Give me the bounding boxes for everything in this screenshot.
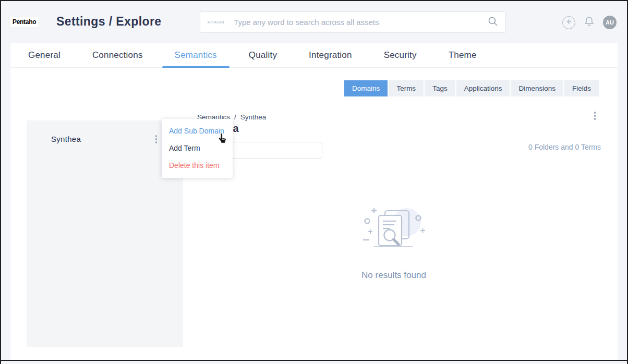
app-header: Pentaho Settings / Explore HITACHI + AU — [0, 1, 628, 43]
no-results-text: No results found — [310, 270, 477, 281]
settings-tabbar: General Connections Semantics Quality In… — [10, 43, 618, 68]
tab-security[interactable]: Security — [371, 43, 429, 67]
segment-dimensions[interactable]: Dimensions — [511, 80, 563, 96]
window-bottom-edge — [0, 360, 628, 361]
hitachi-brand-mark: HITACHI — [208, 20, 224, 24]
segment-tags[interactable]: Tags — [425, 80, 455, 96]
page-title: Settings / Explore — [56, 15, 161, 29]
tab-connections[interactable]: Connections — [80, 43, 155, 67]
menu-item-delete[interactable]: Delete this item — [162, 157, 233, 174]
tree-item-synthea[interactable]: Synthea — [51, 135, 81, 143]
tab-theme[interactable]: Theme — [436, 43, 489, 67]
menu-item-add-term[interactable]: Add Term — [162, 140, 233, 157]
pentaho-logo: Pentaho — [10, 17, 38, 27]
tree-item-kebab-icon[interactable] — [154, 134, 159, 145]
tab-semantics[interactable]: Semantics — [162, 43, 230, 67]
avatar[interactable]: AU — [603, 16, 617, 29]
bell-icon[interactable] — [584, 16, 595, 29]
empty-state: No results found — [310, 205, 477, 281]
no-results-illustration — [361, 205, 427, 260]
entity-type-segments: Domains Terms Tags Applications Dimensio… — [344, 80, 599, 96]
global-search-input[interactable] — [234, 18, 488, 27]
menu-item-add-sub-domain[interactable]: Add Sub Domain — [162, 123, 233, 140]
global-search[interactable]: HITACHI — [200, 11, 506, 33]
domain-tree-panel: Synthea — [27, 120, 183, 347]
item-context-menu: Add Sub Domain Add Term Delete this item — [162, 119, 233, 178]
search-icon[interactable] — [488, 16, 498, 29]
segment-fields[interactable]: Fields — [564, 80, 599, 96]
breadcrumb-current: Synthea — [240, 113, 267, 121]
domain-actions-kebab-icon[interactable] — [593, 110, 598, 122]
segment-applications[interactable]: Applications — [456, 80, 510, 96]
main-card: General Connections Semantics Quality In… — [10, 43, 618, 360]
segment-domains[interactable]: Domains — [344, 80, 388, 96]
breadcrumb-separator: / — [234, 113, 236, 121]
tab-quality[interactable]: Quality — [236, 43, 289, 67]
tab-integration[interactable]: Integration — [296, 43, 365, 67]
tab-general[interactable]: General — [16, 43, 73, 67]
add-icon[interactable]: + — [562, 16, 575, 29]
segment-terms[interactable]: Terms — [389, 80, 424, 96]
folders-terms-summary: 0 Folders and 0 Terms — [528, 143, 601, 151]
